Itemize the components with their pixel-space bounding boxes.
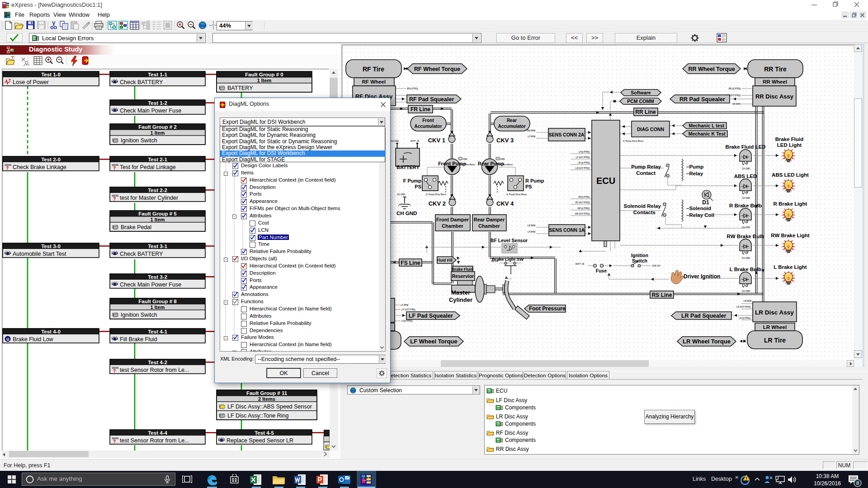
svg-text:Front Damper: Front Damper <box>436 217 469 222</box>
svg-text:Brake Fluid Low: Brake Fluid Low <box>13 336 54 343</box>
svg-text:test Sensor Rotor from Le...: test Sensor Rotor from Le... <box>120 437 189 444</box>
svg-text:–Relay: –Relay <box>686 171 703 176</box>
svg-text:PS: PS <box>525 184 532 189</box>
svg-text:Switch: Switch <box>632 258 647 263</box>
svg-text:RW Brake Light: RW Brake Light <box>771 233 810 238</box>
svg-text:CH GND: CH GND <box>397 193 406 196</box>
svg-text:Ignition Switch: Ignition Switch <box>121 312 157 318</box>
svg-text:H_Pump Drive Motor: H_Pump Drive Motor <box>506 193 527 196</box>
svg-text:Contacts: Contacts <box>633 210 656 215</box>
svg-text:LF Disc Assy::Tone Ring: LF Disc Assy::Tone Ring <box>227 413 289 419</box>
svg-text:Test 3-2: Test 3-2 <box>148 274 167 280</box>
svg-text:LF RPM: LF RPM <box>528 231 535 233</box>
svg-text:L Brake Bulb: L Brake Bulb <box>730 267 762 272</box>
svg-text:Fill Brake Fluid: Fill Brake Fluid <box>120 336 157 343</box>
svg-text:LR Wheel: LR Wheel <box>763 324 787 330</box>
svg-text:Fault Group # 5: Fault Group # 5 <box>138 211 177 216</box>
svg-text:LR Tire: LR Tire <box>764 337 786 344</box>
svg-text:Check Brake Linkage: Check Brake Linkage <box>13 164 66 170</box>
svg-text:Components: Components <box>505 437 536 443</box>
svg-text:CKV 2: CKV 2 <box>429 200 446 207</box>
svg-text:LR RPM: LR RPM <box>527 225 535 227</box>
svg-text:Accumulator: Accumulator <box>414 124 442 129</box>
svg-text:RF Wheel: RF Wheel <box>362 79 386 84</box>
svg-text:DIAG CONN: DIAG CONN <box>637 127 664 132</box>
svg-text:Contact: Contact <box>636 170 656 176</box>
svg-text:Foot Pressure: Foot Pressure <box>529 305 566 312</box>
svg-text:LED Light: LED Light <box>777 142 802 148</box>
svg-text:SENS CONN 2A: SENS CONN 2A <box>549 132 585 137</box>
svg-text:RF Disc Assy: RF Disc Assy <box>496 430 528 436</box>
svg-text:ECU: ECU <box>596 176 615 186</box>
svg-text:Ignition Switch: Ignition Switch <box>121 137 157 144</box>
svg-text:BATTERY: BATTERY <box>396 164 420 170</box>
svg-text:LF Disc Assy::ABS Speed Sensor: LF Disc Assy::ABS Speed Sensor <box>227 404 312 410</box>
svg-text:RF Wheel Torque: RF Wheel Torque <box>414 66 460 72</box>
svg-text:Cylinder: Cylinder <box>449 296 472 303</box>
svg-text:LR RPM: LR RPM <box>743 300 751 302</box>
svg-text:PS: PS <box>415 184 421 189</box>
svg-text:PCM COMM: PCM COMM <box>627 99 654 104</box>
svg-text:test for Master Cylinder: test for Master Cylinder <box>120 195 178 201</box>
svg-text:RR Disc Assy: RR Disc Assy <box>755 93 794 100</box>
svg-text:Test 4-1: Test 4-1 <box>148 329 167 334</box>
svg-text:Test 2-1: Test 2-1 <box>148 157 167 162</box>
svg-text:RR Wheel: RR Wheel <box>763 79 787 84</box>
svg-text:Brake Fluid LED: Brake Fluid LED <box>726 144 766 150</box>
svg-text:Rear Pump: Rear Pump <box>478 161 504 166</box>
svg-text:FR Line: FR Line <box>410 106 430 113</box>
svg-text:LR Disc Assy: LR Disc Assy <box>496 413 528 420</box>
svg-text:R Pump: R Pump <box>525 178 544 183</box>
svg-text:LF RPM: LF RPM <box>401 304 408 306</box>
svg-text:Brake Pedal: Brake Pedal <box>121 224 151 230</box>
svg-text:LR OUT PTRQ: LR OUT PTRQ <box>736 306 751 308</box>
svg-text:Test 1-2: Test 1-2 <box>148 100 167 106</box>
svg-text:Brake Fluid: Brake Fluid <box>775 136 804 142</box>
svg-text:D1: D1 <box>702 199 709 206</box>
svg-text:LR (I) PTRQ: LR (I) PTRQ <box>739 317 750 319</box>
svg-text:Test 4-0: Test 4-0 <box>41 329 61 334</box>
svg-text:Solenoid Relay: Solenoid Relay <box>624 203 661 209</box>
svg-text:Reservior: Reservior <box>452 273 474 279</box>
svg-text:BATT_IN: BATT_IN <box>576 263 585 265</box>
svg-text:–Solenoid: –Solenoid <box>686 206 711 211</box>
svg-text:RR RPM: RR RPM <box>527 130 535 132</box>
svg-text:ABS LED Light: ABS LED Light <box>772 172 809 178</box>
svg-text:1 Item: 1 Item <box>151 217 165 222</box>
svg-text:ABS LED: ABS LED <box>734 174 757 179</box>
svg-text:Brake Fluid: Brake Fluid <box>452 267 473 272</box>
svg-text:Fault Group # 2: Fault Group # 2 <box>138 124 176 130</box>
svg-text:LF(I) PTRQ: LF(I) PTRQ <box>579 151 590 153</box>
svg-text:Test 3-1: Test 3-1 <box>148 244 167 249</box>
svg-text:H_Pump Drive Motor: H_Pump Drive Motor <box>426 193 447 196</box>
svg-text:F Pump: F Pump <box>403 178 422 183</box>
svg-text:RF Pad Squealer: RF Pad Squealer <box>409 96 454 103</box>
svg-text:Test 1-1: Test 1-1 <box>148 72 167 77</box>
svg-text:CH GND: CH GND <box>391 140 399 142</box>
svg-text:Rear Damper: Rear Damper <box>474 217 505 222</box>
svg-text:RF OUT PTRQ: RF OUT PTRQ <box>576 202 590 204</box>
svg-text:Components: Components <box>505 404 536 411</box>
svg-text:RR OUT PTRQ: RR OUT PTRQ <box>575 213 590 215</box>
svg-text:Accumulator: Accumulator <box>498 124 525 129</box>
svg-text:8: 8 <box>856 480 859 486</box>
svg-text:Chamber: Chamber <box>442 223 463 229</box>
svg-text:Test 3-0: Test 3-0 <box>41 244 61 249</box>
svg-text:H_Pump Drive Motor: H_Pump Drive Motor <box>623 140 644 142</box>
svg-text:LR (I) PTRQ: LR (I) PTRQ <box>578 162 590 164</box>
svg-text:CH GND: CH GND <box>742 197 750 199</box>
svg-text:LR OUT PTRQ: LR OUT PTRQ <box>576 167 590 169</box>
svg-text:Test for Pedal Linkage: Test for Pedal Linkage <box>120 164 176 170</box>
svg-text:Front Pump: Front Pump <box>438 161 466 166</box>
svg-text:Ignition: Ignition <box>631 253 648 258</box>
svg-text:Lose of Power: Lose of Power <box>13 79 49 85</box>
svg-text:CKV 4: CKV 4 <box>496 200 514 207</box>
svg-text:–Pump: –Pump <box>686 164 703 169</box>
svg-text:Fluid Fill: Fluid Fill <box>437 258 453 263</box>
svg-text:Brake Light SW: Brake Light SW <box>492 257 524 262</box>
svg-text:Test 2-0: Test 2-0 <box>41 157 61 162</box>
svg-text:RR (I) PTRQ: RR (I) PTRQ <box>729 88 741 90</box>
svg-text:Fault Group # 8: Fault Group # 8 <box>138 299 177 304</box>
svg-text:CH GND: CH GND <box>742 257 750 259</box>
svg-text:Master: Master <box>451 289 470 296</box>
